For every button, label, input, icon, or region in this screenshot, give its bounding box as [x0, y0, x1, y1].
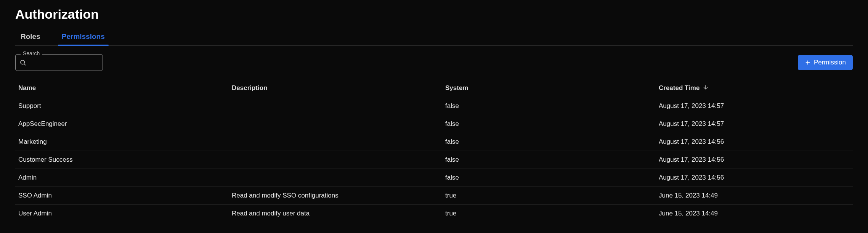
cell-name: SSO Admin — [15, 192, 229, 199]
cell-actions — [866, 118, 868, 130]
cell-name: User Admin — [15, 210, 229, 217]
cell-system: false — [442, 174, 656, 182]
cell-created_time: June 15, 2023 14:49 — [656, 192, 867, 199]
cell-name: Support — [15, 102, 229, 110]
cell-system: false — [442, 102, 656, 110]
cell-created_time: June 15, 2023 14:49 — [656, 210, 867, 217]
tabs-underline — [15, 45, 853, 46]
cell-name: Marketing — [15, 138, 229, 146]
plus-icon — [805, 59, 811, 66]
cell-created_time: August 17, 2023 14:57 — [656, 102, 867, 110]
cell-system: false — [442, 138, 656, 146]
permissions-table: Name Description System Created Time Sup… — [15, 79, 853, 222]
tab-permissions[interactable]: Permissions — [58, 30, 109, 45]
cell-created_time: August 17, 2023 14:56 — [656, 174, 867, 182]
col-system[interactable]: System — [442, 84, 656, 92]
page-title: Authorization — [15, 7, 853, 22]
add-permission-button[interactable]: Permission — [798, 55, 853, 70]
search-field: Search — [15, 54, 103, 71]
cell-created_time: August 17, 2023 14:56 — [656, 156, 867, 164]
col-description[interactable]: Description — [229, 84, 442, 92]
cell-actions — [866, 136, 868, 148]
table-body: SupportfalseAugust 17, 2023 14:57AppSecE… — [15, 97, 853, 222]
cell-created_time: August 17, 2023 14:57 — [656, 120, 867, 128]
search-input[interactable] — [29, 59, 107, 66]
cell-actions — [866, 172, 868, 184]
cell-actions — [866, 154, 868, 166]
table-row: SSO AdminRead and modify SSO configurati… — [15, 186, 853, 204]
svg-line-1 — [24, 64, 25, 65]
col-created-time-label: Created Time — [659, 84, 700, 92]
table-row: User AdminRead and modify user datatrueJ… — [15, 204, 853, 222]
cell-created_time: August 17, 2023 14:56 — [656, 138, 867, 146]
arrow-down-icon — [703, 84, 709, 92]
cell-system: true — [442, 210, 656, 217]
cell-description: Read and modify SSO configurations — [229, 192, 442, 199]
cell-name: Admin — [15, 174, 229, 182]
add-permission-label: Permission — [814, 59, 846, 66]
cell-system: false — [442, 120, 656, 128]
table-row: SupportfalseAugust 17, 2023 14:57 — [15, 97, 853, 115]
tabs: Roles Permissions — [15, 30, 853, 45]
search-icon — [19, 59, 26, 66]
col-created-time[interactable]: Created Time — [656, 84, 867, 92]
table-header: Name Description System Created Time — [15, 79, 853, 97]
cell-system: false — [442, 156, 656, 164]
table-row: MarketingfalseAugust 17, 2023 14:56 — [15, 133, 853, 151]
cell-system: true — [442, 192, 656, 199]
tab-roles[interactable]: Roles — [17, 30, 44, 45]
cell-description: Read and modify user data — [229, 210, 442, 217]
col-name[interactable]: Name — [15, 84, 229, 92]
cell-name: Customer Success — [15, 156, 229, 164]
svg-point-0 — [21, 60, 25, 64]
cell-name: AppSecEngineer — [15, 120, 229, 128]
table-row: Customer SuccessfalseAugust 17, 2023 14:… — [15, 151, 853, 169]
search-label: Search — [21, 50, 42, 56]
table-row: AdminfalseAugust 17, 2023 14:56 — [15, 169, 853, 186]
cell-actions — [866, 100, 868, 112]
table-row: AppSecEngineerfalseAugust 17, 2023 14:57 — [15, 115, 853, 133]
